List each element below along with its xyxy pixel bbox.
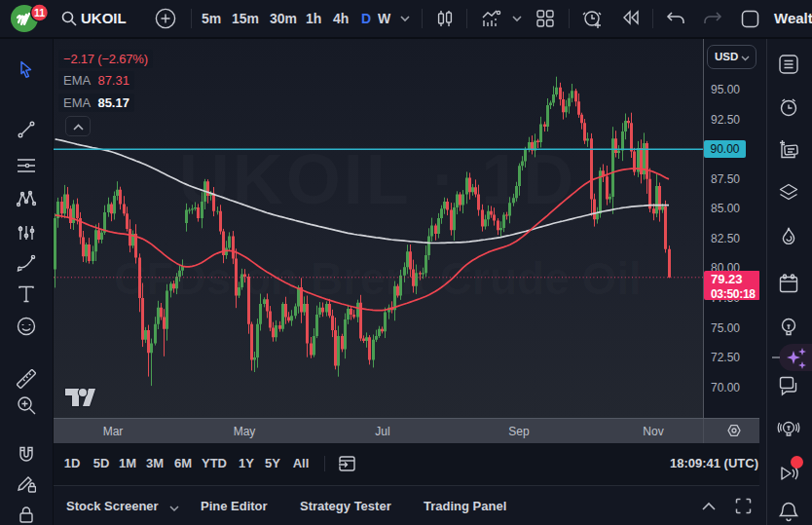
svg-text:11: 11 (34, 7, 45, 19)
svg-text:UKOIL · 1D: UKOIL · 1D (179, 140, 577, 218)
svg-text:CFDs on Brent Crude Oil: CFDs on Brent Crude Oil (114, 253, 642, 304)
